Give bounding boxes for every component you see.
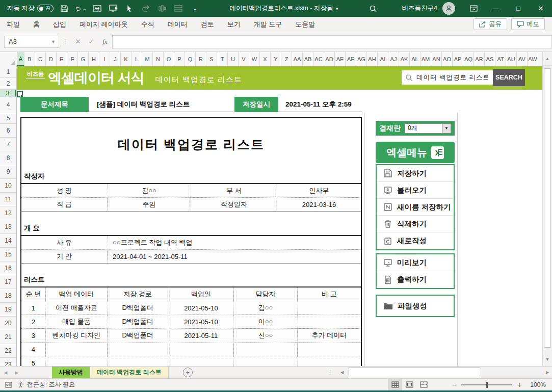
list-cell[interactable]: 2021-05-10 xyxy=(168,315,234,328)
save-icon[interactable] xyxy=(59,3,70,14)
sheet-nav-right-icon[interactable]: ▶ xyxy=(11,367,22,378)
column-header[interactable]: Y xyxy=(271,52,281,66)
column-header[interactable]: F xyxy=(67,52,78,66)
row-header[interactable]: 4 xyxy=(0,97,16,113)
undo-icon[interactable]: ⌄ xyxy=(75,3,86,14)
list-cell[interactable]: 2 xyxy=(21,315,46,328)
column-header[interactable]: M xyxy=(142,52,153,66)
zoom-in-icon[interactable]: + xyxy=(516,381,522,389)
column-header[interactable]: AJ xyxy=(388,52,399,66)
dropdown-arrow-icon[interactable]: ▼ xyxy=(442,124,451,133)
tab-review[interactable]: 검토 xyxy=(194,17,221,32)
search-icon[interactable] xyxy=(367,3,379,14)
column-header[interactable]: C xyxy=(35,52,46,66)
list-cell[interactable]: 매입 물품 xyxy=(46,315,108,328)
create-file-button[interactable]: 파일생성 xyxy=(377,296,454,316)
insert-function-icon[interactable]: fx xyxy=(98,38,112,46)
memo-button[interactable]: 메모 xyxy=(511,18,545,30)
scroll-down-icon[interactable]: ▼ xyxy=(543,353,552,366)
column-header[interactable]: AB xyxy=(303,52,313,66)
page-layout-view-button[interactable] xyxy=(402,379,416,390)
column-header[interactable]: AS xyxy=(485,52,495,66)
column-header[interactable]: AL xyxy=(410,52,420,66)
row-header[interactable]: 21 xyxy=(0,330,16,344)
search-button[interactable]: SEARCH xyxy=(493,69,525,86)
list-cell[interactable] xyxy=(298,301,361,315)
column-header[interactable]: P xyxy=(174,52,185,66)
column-header[interactable]: AH xyxy=(367,52,378,66)
save-file-button[interactable]: 저장하기 xyxy=(377,165,454,182)
undo-dropdown-icon[interactable]: ⌄ xyxy=(83,6,87,11)
column-header[interactable]: AT xyxy=(495,52,506,66)
column-header[interactable]: AR xyxy=(474,52,485,66)
list-cell[interactable]: D백업폴더 xyxy=(108,315,168,328)
toggle-off-icon[interactable]: 끔 xyxy=(37,5,54,12)
list-cell[interactable]: 벤치마킹 디자인 xyxy=(46,329,108,342)
approval-count-select[interactable]: 0개 ▼ xyxy=(405,123,451,134)
list-cell[interactable] xyxy=(46,356,108,366)
column-header[interactable]: AI xyxy=(378,52,388,66)
column-header[interactable]: AC xyxy=(313,52,324,66)
column-header[interactable]: AA xyxy=(292,52,303,66)
horizontal-scrollbar[interactable] xyxy=(347,368,543,377)
column-header[interactable]: L xyxy=(132,52,142,66)
row-header[interactable]: 14 xyxy=(0,234,16,248)
new-document-button[interactable]: 새로작성 xyxy=(377,232,454,249)
writer-value[interactable]: 2021-03-16 xyxy=(277,198,361,211)
column-header[interactable]: I xyxy=(99,52,110,66)
writer-value[interactable]: 주임 xyxy=(108,198,191,211)
column-header[interactable]: Z xyxy=(281,52,292,66)
row-header[interactable]: 16 xyxy=(0,262,16,275)
column-header[interactable]: H xyxy=(89,52,99,66)
writer-value[interactable]: 김○○ xyxy=(108,184,191,197)
row-header[interactable]: 5 xyxy=(0,113,16,124)
list-cell[interactable]: 이○○ xyxy=(234,315,297,328)
column-header[interactable]: R xyxy=(196,52,206,66)
list-cell[interactable] xyxy=(168,356,234,366)
column-header[interactable]: X xyxy=(260,52,271,66)
column-header[interactable]: Q xyxy=(185,52,196,66)
edit-screen-icon[interactable] xyxy=(108,3,119,14)
column-header[interactable]: G xyxy=(78,52,89,66)
column-header[interactable]: AD xyxy=(324,52,335,66)
row-header[interactable]: 3 xyxy=(0,90,16,97)
user-name[interactable]: 비즈폼친구4 xyxy=(402,4,437,13)
column-header[interactable]: AK xyxy=(399,52,410,66)
list-cell[interactable] xyxy=(46,343,108,356)
column-header[interactable]: AM xyxy=(420,52,431,66)
column-header[interactable]: AV xyxy=(517,52,528,66)
overview-value[interactable]: ○○프로젝트 작업 내역 백업 xyxy=(108,236,361,249)
macro-record-icon[interactable] xyxy=(5,382,12,388)
column-header[interactable]: B xyxy=(24,52,35,66)
column-header[interactable]: W xyxy=(249,52,260,66)
cancel-icon[interactable]: ✕ xyxy=(71,38,85,45)
accessibility-icon[interactable] xyxy=(17,381,24,388)
add-sheet-icon[interactable]: + xyxy=(183,368,193,377)
list-cell[interactable] xyxy=(234,343,297,356)
zoom-out-icon[interactable]: − xyxy=(451,381,457,389)
column-header[interactable]: J xyxy=(110,52,121,66)
list-cell[interactable]: D백업폴더 xyxy=(108,301,168,315)
column-header[interactable]: AF xyxy=(346,52,356,66)
ribbon-display-options-icon[interactable] xyxy=(462,0,485,17)
list-cell[interactable] xyxy=(298,315,361,328)
formula-input[interactable] xyxy=(112,35,552,48)
accessibility-status[interactable]: 접근성: 조사 필요 xyxy=(27,380,75,389)
row-header[interactable]: 19 xyxy=(0,303,16,317)
row-header[interactable]: 10 xyxy=(0,179,16,193)
row-header[interactable]: 20 xyxy=(0,317,16,330)
row-header[interactable]: 18 xyxy=(0,289,16,303)
list-cell[interactable]: 5 xyxy=(21,356,46,366)
list-cell[interactable]: 3 xyxy=(21,329,46,342)
row-header[interactable]: 6 xyxy=(0,124,16,138)
column-header[interactable]: E xyxy=(57,52,67,66)
writer-value[interactable]: 인사부 xyxy=(277,184,361,197)
scrollbar-grip-icon[interactable]: ⋮ xyxy=(328,370,333,375)
column-header[interactable]: AQ xyxy=(463,52,474,66)
column-header[interactable]: AN xyxy=(431,52,442,66)
row-header[interactable]: 13 xyxy=(0,220,16,234)
tab-insert[interactable]: 삽입 xyxy=(46,17,73,32)
quick-access-more-icon[interactable]: ⌄ xyxy=(189,3,200,14)
column-header[interactable]: AW xyxy=(528,52,538,66)
banner-search-input[interactable] xyxy=(415,73,489,82)
